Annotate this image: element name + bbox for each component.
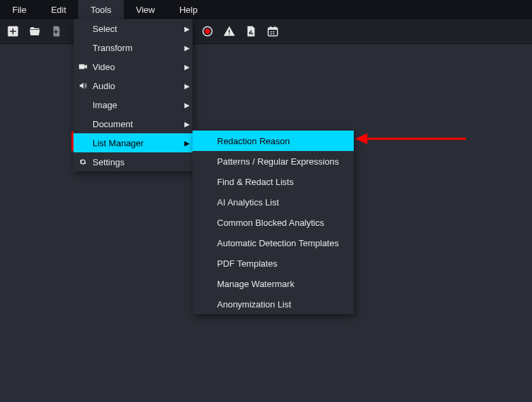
chevron-right-icon: ▶ xyxy=(182,44,193,52)
open-folder-icon[interactable] xyxy=(27,24,42,39)
svg-rect-7 xyxy=(229,30,230,33)
warning-icon[interactable] xyxy=(222,24,237,39)
new-file-icon[interactable] xyxy=(5,24,20,39)
menu-item-image[interactable]: Image ▶ xyxy=(73,95,193,114)
list-manager-submenu: Redaction Reason Patterns / Regular Expr… xyxy=(193,131,354,314)
svg-rect-14 xyxy=(270,27,271,29)
menu-label: Patterns / Regular Expressions xyxy=(217,156,354,167)
menu-item-video[interactable]: Video ▶ xyxy=(73,57,193,76)
menu-label: List Manager xyxy=(93,138,182,148)
submenu-item-anonymization[interactable]: Anonymization List xyxy=(193,294,354,314)
menu-edit[interactable]: Edit xyxy=(39,0,78,19)
svg-rect-17 xyxy=(273,31,274,33)
add-page-icon[interactable] xyxy=(49,24,64,39)
calendar-icon[interactable] xyxy=(265,24,280,39)
menu-item-list-manager[interactable]: List Manager ▶ xyxy=(73,133,193,152)
menu-label: Manage Watermark xyxy=(217,279,354,289)
menu-item-settings[interactable]: Settings xyxy=(73,152,193,171)
chevron-right-icon: ▶ xyxy=(182,63,193,71)
menu-label: PDF Templates xyxy=(217,258,354,269)
menu-label: Image xyxy=(93,100,182,110)
menu-view[interactable]: View xyxy=(124,0,167,19)
svg-rect-9 xyxy=(249,32,250,35)
chevron-right-icon: ▶ xyxy=(182,25,193,33)
menu-label: Document xyxy=(93,119,182,129)
menu-item-select[interactable]: Select ▶ xyxy=(73,19,193,38)
menu-file[interactable]: File xyxy=(0,0,39,19)
svg-rect-20 xyxy=(79,65,84,69)
chevron-right-icon: ▶ xyxy=(182,82,193,90)
submenu-item-watermark[interactable]: Manage Watermark xyxy=(193,273,354,294)
audio-icon xyxy=(73,81,93,90)
submenu-item-ai-analytics[interactable]: AI Analytics List xyxy=(193,192,354,212)
submenu-item-common-blocked[interactable]: Common Blocked Analytics xyxy=(193,212,354,233)
menu-label: Redaction Reason xyxy=(217,136,354,146)
menu-tools[interactable]: Tools xyxy=(78,0,123,19)
svg-rect-2 xyxy=(10,31,16,32)
menu-label: Anonymization List xyxy=(217,299,354,309)
chevron-right-icon: ▶ xyxy=(182,101,193,109)
menu-item-transform[interactable]: Transform ▶ xyxy=(73,38,193,57)
svg-rect-10 xyxy=(250,31,252,35)
menu-label: Select xyxy=(93,24,182,34)
submenu-item-redaction-reason[interactable]: Redaction Reason xyxy=(193,131,354,151)
menu-help[interactable]: Help xyxy=(167,0,210,19)
menubar: File Edit Tools View Help xyxy=(0,0,532,19)
svg-rect-19 xyxy=(273,33,274,35)
record-icon[interactable] xyxy=(200,24,215,39)
menu-item-audio[interactable]: Audio ▶ xyxy=(73,76,193,95)
svg-rect-13 xyxy=(268,28,278,30)
chevron-right-icon: ▶ xyxy=(182,120,193,128)
svg-rect-8 xyxy=(229,34,230,35)
submenu-item-find-redact[interactable]: Find & Redact Lists xyxy=(193,171,354,192)
report-icon[interactable] xyxy=(244,24,259,39)
submenu-item-pdf-templates[interactable]: PDF Templates xyxy=(193,253,354,273)
svg-rect-18 xyxy=(270,33,271,35)
menu-label: Automatic Detection Templates xyxy=(217,238,354,248)
svg-rect-11 xyxy=(252,33,254,34)
gear-icon xyxy=(73,157,93,167)
menu-label: Video xyxy=(93,62,182,72)
menu-label: Transform xyxy=(93,43,182,53)
menu-label: Find & Redact Lists xyxy=(217,177,354,187)
svg-rect-16 xyxy=(270,31,271,33)
menu-item-document[interactable]: Document ▶ xyxy=(73,114,193,133)
menu-label: Audio xyxy=(93,81,182,91)
menu-label: Common Blocked Analytics xyxy=(217,218,354,228)
svg-rect-4 xyxy=(54,31,58,33)
svg-point-6 xyxy=(205,29,210,34)
menu-label: AI Analytics List xyxy=(217,197,354,207)
submenu-item-patterns[interactable]: Patterns / Regular Expressions xyxy=(193,151,354,171)
svg-rect-15 xyxy=(274,27,276,29)
chevron-right-icon: ▶ xyxy=(182,139,193,147)
tools-dropdown: Select ▶ Transform ▶ Video ▶ Audio ▶ Ima… xyxy=(73,19,193,171)
video-icon xyxy=(73,62,93,71)
submenu-item-auto-detection[interactable]: Automatic Detection Templates xyxy=(193,233,354,253)
menu-label: Settings xyxy=(93,157,193,167)
